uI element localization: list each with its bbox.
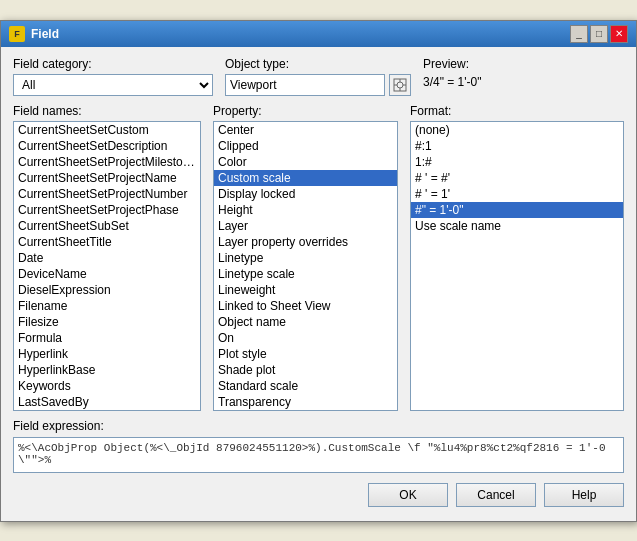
- list-item[interactable]: Lineweight: [214, 282, 397, 298]
- list-item[interactable]: Display locked: [214, 186, 397, 202]
- list-item[interactable]: DieselExpression: [14, 282, 200, 298]
- list-item[interactable]: CurrentSheetSetCustom: [14, 122, 200, 138]
- list-item[interactable]: Filename: [14, 298, 200, 314]
- format-item[interactable]: (none): [411, 122, 623, 138]
- format-item[interactable]: # ' = #': [411, 170, 623, 186]
- list-item[interactable]: Keywords: [14, 378, 200, 394]
- cancel-button[interactable]: Cancel: [456, 483, 536, 507]
- property-list[interactable]: Center Clipped Color Custom scale Displa…: [213, 121, 398, 411]
- help-button[interactable]: Help: [544, 483, 624, 507]
- field-expression-section: Field expression: %<\AcObjProp Object(%<…: [13, 419, 624, 473]
- list-item[interactable]: Formula: [14, 330, 200, 346]
- list-item[interactable]: Shade plot: [214, 362, 397, 378]
- picker-icon: [393, 78, 407, 92]
- list-item[interactable]: CurrentSheetSetProjectNumber: [14, 186, 200, 202]
- list-item[interactable]: Height: [214, 202, 397, 218]
- format-item-use-scale[interactable]: Use scale name: [411, 218, 623, 234]
- list-item[interactable]: Filesize: [14, 314, 200, 330]
- format-item[interactable]: #:1: [411, 138, 623, 154]
- list-item[interactable]: CurrentSheetSubSet: [14, 218, 200, 234]
- list-item[interactable]: Layer: [214, 218, 397, 234]
- list-item[interactable]: CurrentSheetSetDescription: [14, 138, 200, 154]
- preview-section: Preview: 3/4" = 1'-0": [423, 57, 624, 90]
- list-item-custom-scale[interactable]: Custom scale: [214, 170, 397, 186]
- format-item-selected[interactable]: #" = 1'-0": [411, 202, 623, 218]
- list-item[interactable]: DeviceName: [14, 266, 200, 282]
- list-item[interactable]: Layer property overrides: [214, 234, 397, 250]
- field-category-select[interactable]: All: [13, 74, 213, 96]
- field-category-label: Field category:: [13, 57, 213, 71]
- list-item[interactable]: CurrentSheetSetProjectName: [14, 170, 200, 186]
- list-item[interactable]: Date: [14, 250, 200, 266]
- bottom-buttons: OK Cancel Help: [13, 483, 624, 511]
- list-item[interactable]: Transparency: [214, 394, 397, 410]
- list-item[interactable]: Standard scale: [214, 378, 397, 394]
- list-item[interactable]: Linetype: [214, 250, 397, 266]
- window-title: Field: [31, 27, 59, 41]
- field-names-section: Field names: CurrentSheetSetCustom Curre…: [13, 104, 201, 411]
- title-buttons: _ □ ✕: [570, 25, 628, 43]
- format-label: Format:: [410, 104, 624, 118]
- format-item[interactable]: # ' = 1': [411, 186, 623, 202]
- object-type-input[interactable]: [225, 74, 385, 96]
- property-section: Property: Center Clipped Color Custom sc…: [213, 104, 398, 411]
- close-button[interactable]: ✕: [610, 25, 628, 43]
- preview-value: 3/4" = 1'-0": [423, 74, 624, 90]
- format-section: Format: (none) #:1 1:# # ' = #' # ' = 1'…: [410, 104, 624, 411]
- field-category-section: Field category: All: [13, 57, 213, 96]
- list-item[interactable]: Linked to Sheet View: [214, 298, 397, 314]
- property-label: Property:: [213, 104, 398, 118]
- field-expression-label: Field expression:: [13, 419, 624, 433]
- list-item[interactable]: Plot style: [214, 346, 397, 362]
- field-names-list[interactable]: CurrentSheetSetCustom CurrentSheetSetDes…: [13, 121, 201, 411]
- list-item[interactable]: Hyperlink: [14, 346, 200, 362]
- list-item[interactable]: HyperlinkBase: [14, 362, 200, 378]
- list-item[interactable]: UCS per viewport: [214, 410, 397, 411]
- list-item[interactable]: Object name: [214, 314, 397, 330]
- minimize-button[interactable]: _: [570, 25, 588, 43]
- preview-label: Preview:: [423, 57, 624, 71]
- list-item[interactable]: CurrentSheetTitle: [14, 234, 200, 250]
- object-type-label: Object type:: [225, 57, 411, 71]
- svg-point-1: [397, 82, 403, 88]
- format-item[interactable]: 1:#: [411, 154, 623, 170]
- ok-button[interactable]: OK: [368, 483, 448, 507]
- field-names-label: Field names:: [13, 104, 201, 118]
- format-list[interactable]: (none) #:1 1:# # ' = #' # ' = 1' #" = 1'…: [410, 121, 624, 411]
- list-item[interactable]: LispVariable: [14, 410, 200, 411]
- list-item[interactable]: Center: [214, 122, 397, 138]
- field-dialog: F Field _ □ ✕ Field category: All Object…: [0, 20, 637, 522]
- list-item[interactable]: LastSavedBy: [14, 394, 200, 410]
- field-expression-box: %<\AcObjProp Object(%<\_ObjId 8796024551…: [13, 437, 624, 473]
- title-bar: F Field _ □ ✕: [1, 21, 636, 47]
- list-item[interactable]: CurrentSheetSetProjectMilestone: [14, 154, 200, 170]
- maximize-button[interactable]: □: [590, 25, 608, 43]
- list-item[interactable]: Clipped: [214, 138, 397, 154]
- app-icon: F: [9, 26, 25, 42]
- object-picker-button[interactable]: [389, 74, 411, 96]
- list-item[interactable]: CurrentSheetSetProjectPhase: [14, 202, 200, 218]
- list-item[interactable]: Linetype scale: [214, 266, 397, 282]
- list-item[interactable]: On: [214, 330, 397, 346]
- list-item[interactable]: Color: [214, 154, 397, 170]
- object-type-section: Object type:: [225, 57, 411, 96]
